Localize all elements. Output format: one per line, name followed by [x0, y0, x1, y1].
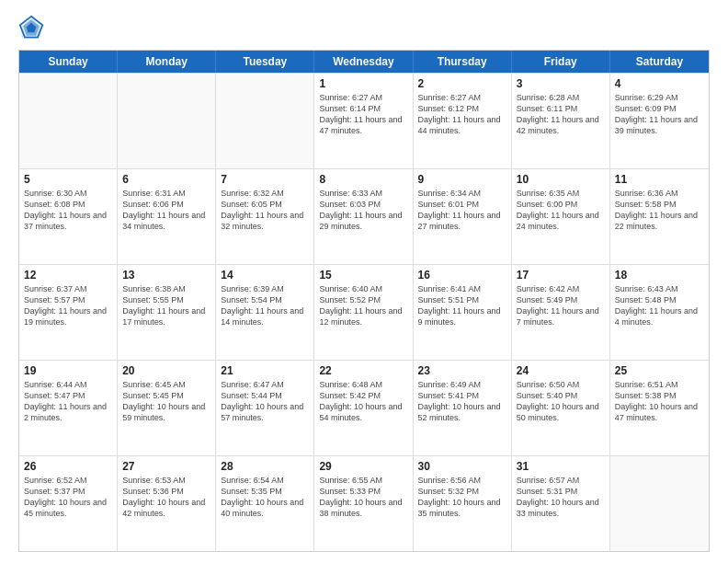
day-number: 5: [24, 173, 112, 186]
day-number: 11: [615, 173, 704, 186]
day-info: Sunrise: 6:28 AM Sunset: 6:11 PM Dayligh…: [517, 92, 605, 137]
day-info: Sunrise: 6:57 AM Sunset: 5:31 PM Dayligh…: [517, 475, 605, 520]
day-number: 25: [615, 364, 704, 377]
day-info: Sunrise: 6:49 AM Sunset: 5:41 PM Dayligh…: [418, 379, 506, 424]
cal-cell: 6Sunrise: 6:31 AM Sunset: 6:06 PM Daylig…: [118, 169, 216, 264]
day-number: 15: [319, 269, 407, 282]
week-row-3: 19Sunrise: 6:44 AM Sunset: 5:47 PM Dayli…: [19, 360, 709, 455]
day-info: Sunrise: 6:34 AM Sunset: 6:01 PM Dayligh…: [418, 188, 506, 233]
week-row-1: 5Sunrise: 6:30 AM Sunset: 6:08 PM Daylig…: [19, 168, 709, 264]
cal-cell: 2Sunrise: 6:27 AM Sunset: 6:12 PM Daylig…: [414, 74, 512, 168]
cal-cell: 12Sunrise: 6:37 AM Sunset: 5:57 PM Dayli…: [19, 265, 118, 360]
day-number: 19: [24, 364, 112, 377]
day-number: 10: [517, 173, 605, 186]
cal-cell: 28Sunrise: 6:54 AM Sunset: 5:35 PM Dayli…: [216, 456, 314, 551]
cal-cell: 7Sunrise: 6:32 AM Sunset: 6:05 PM Daylig…: [216, 169, 314, 264]
day-number: 28: [221, 460, 309, 473]
cal-cell: 24Sunrise: 6:50 AM Sunset: 5:40 PM Dayli…: [512, 361, 610, 455]
cal-cell: 8Sunrise: 6:33 AM Sunset: 6:03 PM Daylig…: [314, 169, 413, 264]
day-info: Sunrise: 6:41 AM Sunset: 5:51 PM Dayligh…: [418, 283, 506, 328]
cal-cell: 26Sunrise: 6:52 AM Sunset: 5:37 PM Dayli…: [19, 456, 118, 551]
day-number: 16: [418, 269, 506, 282]
week-row-4: 26Sunrise: 6:52 AM Sunset: 5:37 PM Dayli…: [19, 455, 709, 551]
day-number: 20: [122, 364, 210, 377]
day-number: 3: [517, 77, 605, 90]
day-info: Sunrise: 6:33 AM Sunset: 6:03 PM Dayligh…: [319, 188, 407, 233]
day-info: Sunrise: 6:44 AM Sunset: 5:47 PM Dayligh…: [24, 379, 112, 424]
day-info: Sunrise: 6:43 AM Sunset: 5:48 PM Dayligh…: [615, 283, 704, 328]
day-header-monday: Monday: [118, 51, 216, 73]
day-info: Sunrise: 6:45 AM Sunset: 5:45 PM Dayligh…: [122, 379, 210, 424]
day-number: 6: [122, 173, 210, 186]
calendar: SundayMondayTuesdayWednesdayThursdayFrid…: [18, 50, 710, 552]
cal-cell: 5Sunrise: 6:30 AM Sunset: 6:08 PM Daylig…: [19, 169, 118, 264]
day-number: 12: [24, 269, 112, 282]
day-info: Sunrise: 6:27 AM Sunset: 6:12 PM Dayligh…: [418, 92, 506, 137]
cal-cell: 20Sunrise: 6:45 AM Sunset: 5:45 PM Dayli…: [118, 361, 216, 455]
day-info: Sunrise: 6:37 AM Sunset: 5:57 PM Dayligh…: [24, 283, 112, 328]
day-number: 30: [418, 460, 506, 473]
cal-cell: 27Sunrise: 6:53 AM Sunset: 5:36 PM Dayli…: [118, 456, 216, 551]
cal-cell: 14Sunrise: 6:39 AM Sunset: 5:54 PM Dayli…: [216, 265, 314, 360]
day-number: 14: [221, 269, 309, 282]
day-info: Sunrise: 6:53 AM Sunset: 5:36 PM Dayligh…: [122, 475, 210, 520]
cal-cell: 4Sunrise: 6:29 AM Sunset: 6:09 PM Daylig…: [610, 74, 709, 168]
day-header-sunday: Sunday: [19, 51, 118, 73]
day-number: 21: [221, 364, 309, 377]
day-number: 7: [221, 173, 309, 186]
cal-cell: 23Sunrise: 6:49 AM Sunset: 5:41 PM Dayli…: [414, 361, 512, 455]
day-info: Sunrise: 6:40 AM Sunset: 5:52 PM Dayligh…: [319, 283, 407, 328]
day-info: Sunrise: 6:35 AM Sunset: 6:00 PM Dayligh…: [517, 188, 605, 233]
day-info: Sunrise: 6:32 AM Sunset: 6:05 PM Dayligh…: [221, 188, 309, 233]
cal-cell: 11Sunrise: 6:36 AM Sunset: 5:58 PM Dayli…: [610, 169, 709, 264]
cal-cell: 25Sunrise: 6:51 AM Sunset: 5:38 PM Dayli…: [610, 361, 709, 455]
day-number: 26: [24, 460, 112, 473]
cal-cell: 10Sunrise: 6:35 AM Sunset: 6:00 PM Dayli…: [512, 169, 610, 264]
day-number: 27: [122, 460, 210, 473]
day-number: 13: [122, 269, 210, 282]
day-number: 24: [517, 364, 605, 377]
day-number: 8: [319, 173, 407, 186]
day-header-saturday: Saturday: [610, 51, 709, 73]
cal-cell: 30Sunrise: 6:56 AM Sunset: 5:32 PM Dayli…: [414, 456, 512, 551]
day-number: 9: [418, 173, 506, 186]
week-row-2: 12Sunrise: 6:37 AM Sunset: 5:57 PM Dayli…: [19, 264, 709, 360]
header: [18, 15, 710, 40]
day-number: 22: [319, 364, 407, 377]
day-number: 18: [615, 269, 704, 282]
day-info: Sunrise: 6:42 AM Sunset: 5:49 PM Dayligh…: [517, 283, 605, 328]
day-info: Sunrise: 6:52 AM Sunset: 5:37 PM Dayligh…: [24, 475, 112, 520]
day-info: Sunrise: 6:50 AM Sunset: 5:40 PM Dayligh…: [517, 379, 605, 424]
day-info: Sunrise: 6:27 AM Sunset: 6:14 PM Dayligh…: [319, 92, 407, 137]
cal-cell: 13Sunrise: 6:38 AM Sunset: 5:55 PM Dayli…: [118, 265, 216, 360]
cal-cell: 1Sunrise: 6:27 AM Sunset: 6:14 PM Daylig…: [314, 74, 413, 168]
cal-cell: 17Sunrise: 6:42 AM Sunset: 5:49 PM Dayli…: [512, 265, 610, 360]
day-info: Sunrise: 6:39 AM Sunset: 5:54 PM Dayligh…: [221, 283, 309, 328]
week-row-0: 1Sunrise: 6:27 AM Sunset: 6:14 PM Daylig…: [19, 73, 709, 168]
day-info: Sunrise: 6:31 AM Sunset: 6:06 PM Dayligh…: [122, 188, 210, 233]
logo: [18, 15, 48, 40]
day-info: Sunrise: 6:29 AM Sunset: 6:09 PM Dayligh…: [615, 92, 704, 137]
cal-cell: [216, 74, 314, 168]
day-info: Sunrise: 6:54 AM Sunset: 5:35 PM Dayligh…: [221, 475, 309, 520]
day-header-wednesday: Wednesday: [314, 51, 413, 73]
day-header-tuesday: Tuesday: [216, 51, 314, 73]
cal-cell: 18Sunrise: 6:43 AM Sunset: 5:48 PM Dayli…: [610, 265, 709, 360]
calendar-body: 1Sunrise: 6:27 AM Sunset: 6:14 PM Daylig…: [19, 73, 709, 551]
cal-cell: [19, 74, 118, 168]
cal-cell: [118, 74, 216, 168]
calendar-header: SundayMondayTuesdayWednesdayThursdayFrid…: [19, 51, 709, 73]
day-number: 1: [319, 77, 407, 90]
day-info: Sunrise: 6:55 AM Sunset: 5:33 PM Dayligh…: [319, 475, 407, 520]
day-number: 2: [418, 77, 506, 90]
day-info: Sunrise: 6:38 AM Sunset: 5:55 PM Dayligh…: [122, 283, 210, 328]
day-info: Sunrise: 6:30 AM Sunset: 6:08 PM Dayligh…: [24, 188, 112, 233]
cal-cell: 3Sunrise: 6:28 AM Sunset: 6:11 PM Daylig…: [512, 74, 610, 168]
cal-cell: 21Sunrise: 6:47 AM Sunset: 5:44 PM Dayli…: [216, 361, 314, 455]
logo-icon: [18, 15, 44, 40]
page: SundayMondayTuesdayWednesdayThursdayFrid…: [0, 0, 728, 563]
cal-cell: 16Sunrise: 6:41 AM Sunset: 5:51 PM Dayli…: [414, 265, 512, 360]
cal-cell: 9Sunrise: 6:34 AM Sunset: 6:01 PM Daylig…: [414, 169, 512, 264]
cal-cell: [610, 456, 709, 551]
day-number: 31: [517, 460, 605, 473]
